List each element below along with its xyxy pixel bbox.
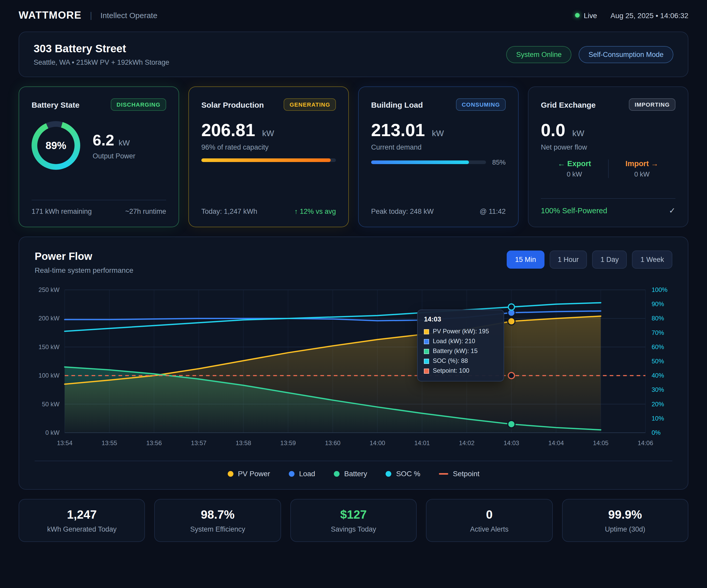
tooltip-swatch	[424, 329, 429, 334]
tooltip-row-label: PV Power (kW): 195	[433, 327, 489, 336]
mode-badge[interactable]: Self-Consumption Mode	[579, 46, 673, 63]
range-1day-button[interactable]: 1 Day	[592, 251, 627, 269]
tooltip-row-label: Setpoint: 100	[433, 366, 469, 376]
legend-item-pv-power[interactable]: PV Power	[228, 469, 270, 478]
y-axis-pct-label: 100%	[652, 286, 667, 293]
dashboard-root: WATTMORE | Intellect Operate Live Aug 25…	[0, 0, 707, 588]
top-bar: WATTMORE | Intellect Operate Live Aug 25…	[0, 0, 707, 29]
stat-kwh-generated: 1,247 kWh Generated Today	[19, 499, 145, 542]
grid-status-badge: IMPORTING	[629, 98, 675, 111]
solar-progress-fill	[201, 158, 331, 162]
import-label: Import →	[608, 159, 675, 168]
datetime: Aug 25, 2025 • 14:06:32	[610, 11, 688, 20]
stat-label: System Efficiency	[160, 525, 275, 533]
grid-card-title: Grid Exchange	[541, 100, 596, 109]
legend-dot-icon	[386, 471, 392, 477]
export-label: ← Export	[541, 159, 608, 168]
battery-state-card: Battery State DISCHARGING 89% 6.2 kW Out…	[19, 87, 179, 227]
load-demand-label: Current demand	[371, 143, 506, 151]
load-progress-fill	[371, 160, 469, 164]
solar-value-unit: kW	[262, 129, 274, 138]
solar-value-number: 206.81	[201, 120, 255, 140]
power-flow-card: Power Flow Real-time system performance …	[19, 236, 688, 490]
tooltip-row: SOC (%): 88	[424, 356, 497, 366]
x-axis-label: 13:60	[325, 439, 341, 447]
power-flow-chart-area[interactable]: 250 kW200 kW150 kW100 kW50 kW0 kW100%90%…	[35, 283, 672, 457]
x-axis-label: 13:54	[57, 439, 72, 447]
tooltip-row-label: Load (kW): 210	[433, 336, 475, 346]
y-axis-pct-label: 0%	[652, 429, 661, 436]
tooltip-row-label: Battery (kW): 15	[433, 346, 477, 356]
export-value: 0 kW	[541, 170, 608, 178]
y-axis-pct-label: 70%	[652, 329, 664, 336]
load-peak-time: @ 11:42	[480, 207, 506, 215]
system-online-badge: System Online	[506, 46, 572, 63]
load-progress-track	[371, 160, 486, 164]
tooltip-row: Setpoint: 100	[424, 366, 497, 376]
y-axis-kw-label: 150 kW	[39, 344, 60, 351]
stat-value: 98.7%	[160, 508, 275, 522]
legend-label: SOC %	[396, 469, 420, 478]
y-axis-pct-label: 80%	[652, 315, 664, 322]
range-1week-button[interactable]: 1 Week	[632, 251, 672, 269]
legend-item-load[interactable]: Load	[289, 469, 315, 478]
legend-dot-icon	[334, 471, 339, 477]
solar-today: Today: 1,247 kWh	[201, 207, 257, 215]
legend-item-soc[interactable]: SOC %	[386, 469, 420, 478]
battery-status-badge: DISCHARGING	[111, 98, 166, 111]
legend-label: Battery	[344, 469, 367, 478]
tooltip-time: 14:03	[424, 315, 497, 323]
stat-uptime: 99.9% Uptime (30d)	[562, 499, 688, 542]
legend-label: Load	[299, 469, 315, 478]
y-axis-kw-label: 250 kW	[39, 286, 60, 293]
battery-remaining: 171 kWh remaining	[32, 207, 92, 215]
solar-production-card: Solar Production GENERATING 206.81 kW 96…	[189, 87, 349, 227]
battery-runtime: ~27h runtime	[125, 207, 166, 215]
legend-label: PV Power	[238, 469, 270, 478]
check-icon: ✓	[669, 206, 675, 215]
range-15min-button[interactable]: 15 Min	[507, 251, 544, 269]
stat-value: $127	[296, 508, 411, 522]
setpoint-marker	[508, 372, 514, 379]
load-peak: Peak today: 248 kW	[371, 207, 434, 215]
live-indicator: Live	[575, 11, 597, 20]
load-status-badge: CONSUMING	[456, 98, 506, 111]
stat-active-alerts: 0 Active Alerts	[426, 499, 552, 542]
grid-flow-label: Net power flow	[541, 143, 675, 151]
header-divider: |	[90, 10, 92, 21]
legend-item-setpoint[interactable]: Setpoint	[439, 469, 479, 478]
legend-item-battery[interactable]: Battery	[334, 469, 367, 478]
y-axis-kw-label: 50 kW	[42, 401, 60, 407]
site-name: 303 Battery Street	[34, 42, 169, 55]
grid-exchange-card: Grid Exchange IMPORTING 0.0 kW Net power…	[528, 87, 688, 227]
solar-value: 206.81 kW	[201, 120, 336, 140]
solar-trend: ↑ 12% vs avg	[294, 207, 336, 215]
stat-card-row: Battery State DISCHARGING 89% 6.2 kW Out…	[19, 87, 688, 227]
y-axis-pct-label: 40%	[652, 372, 664, 379]
legend-label: Setpoint	[453, 469, 479, 478]
power-flow-chart: 250 kW200 kW150 kW100 kW50 kW0 kW100%90%…	[35, 283, 673, 454]
stat-value: 99.9%	[568, 508, 683, 522]
x-axis-label: 13:57	[191, 439, 206, 447]
load-value-number: 213.01	[371, 120, 425, 140]
x-axis-label: 13:59	[280, 439, 296, 447]
building-load-card: Building Load CONSUMING 213.01 kW Curren…	[358, 87, 518, 227]
solar-card-title: Solar Production	[201, 100, 264, 109]
y-axis-pct-label: 10%	[652, 415, 664, 422]
chart-tooltip: 14:03 PV Power (kW): 195Load (kW): 210Ba…	[417, 309, 504, 382]
battery-card-title: Battery State	[32, 100, 79, 109]
x-axis-label: 14:04	[548, 439, 564, 447]
tooltip-row-label: SOC (%): 88	[433, 356, 468, 366]
stat-label: Active Alerts	[432, 525, 547, 533]
battery-output-value: 6.2 kW	[93, 131, 135, 149]
x-axis-label: 14:01	[414, 439, 430, 447]
grid-value-number: 0.0	[541, 120, 566, 140]
solar-status-badge: GENERATING	[284, 98, 336, 111]
range-1hour-button[interactable]: 1 Hour	[549, 251, 587, 269]
x-axis-label: 13:56	[146, 439, 162, 447]
soc-marker	[508, 304, 514, 310]
power-flow-subtitle: Real-time system performance	[35, 266, 133, 274]
x-axis-label: 14:00	[370, 439, 385, 447]
site-subtitle: Seattle, WA • 215kW PV + 192kWh Storage	[34, 59, 169, 66]
legend-dash-icon	[439, 473, 448, 475]
